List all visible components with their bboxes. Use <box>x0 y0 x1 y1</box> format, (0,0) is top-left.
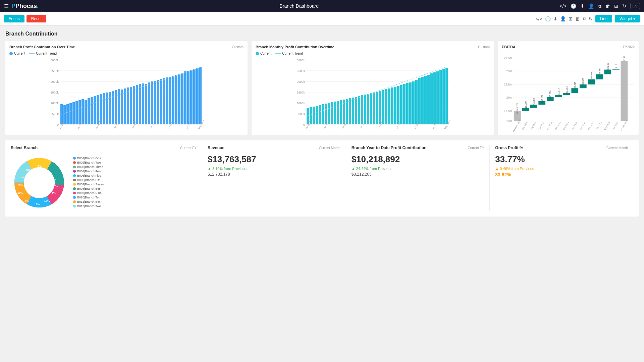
reset-button[interactable]: Reset <box>26 15 46 22</box>
ytd-header: Branch Year to Date Profit Contribution … <box>352 145 484 150</box>
donut-area: 7% 7% 5% 5% 10% 11% 9% 10% 10% 10% 5% 5% <box>11 154 197 211</box>
legend-b003[interactable]: B003|Branch Three <box>73 165 104 169</box>
revenue-header: Revenue Current Month <box>208 145 340 150</box>
svg-text:1500k: 1500k <box>297 91 305 94</box>
svg-rect-57 <box>190 70 193 124</box>
refresh-icon[interactable]: ↻ <box>622 3 626 9</box>
legend-b008[interactable]: B008|Branch Eight <box>73 187 104 190</box>
ebitda-header: EBITDA FY2022 <box>502 45 635 49</box>
legend-b011[interactable]: B011|Branch Ele... <box>73 200 104 203</box>
gross-profit-section: Gross Profit % Current Month 33.77% ▲ 0.… <box>490 145 633 211</box>
svg-rect-104 <box>364 95 366 124</box>
svg-rect-128 <box>436 71 439 124</box>
select-branch-period: Current FY <box>180 146 197 150</box>
svg-rect-37 <box>130 87 132 124</box>
svg-text:Nov 2021: Nov 2021 <box>554 121 561 130</box>
chart1-area: 3000k 2500k 2000k 1500k 1000k 500k 0 <box>9 57 244 124</box>
svg-rect-34 <box>121 89 123 124</box>
legend-b009[interactable]: B009|Branch Nine <box>73 191 104 195</box>
svg-rect-49 <box>166 77 168 124</box>
gross-profit-header: Gross Profit % Current Month <box>495 145 628 150</box>
code-toolbar-icon[interactable]: </> <box>535 16 542 21</box>
svg-rect-129 <box>439 70 442 124</box>
bars2-group <box>307 68 448 124</box>
svg-rect-127 <box>433 72 436 124</box>
svg-text:3000k: 3000k <box>297 59 305 62</box>
focus-button[interactable]: Focus <box>4 15 24 22</box>
legend-b007[interactable]: B007|Branch Seven <box>73 183 104 186</box>
trash-toolbar-icon[interactable]: 🗑 <box>575 16 580 21</box>
svg-text:7%: 7% <box>52 178 56 181</box>
svg-rect-108 <box>376 92 378 124</box>
svg-rect-121 <box>415 80 418 124</box>
chart2-title: Branch Monthly Profit Contribution Overt… <box>256 45 334 49</box>
trend-label: Current Trend <box>36 52 57 55</box>
refresh-toolbar-icon[interactable]: ↻ <box>589 16 593 21</box>
trash-icon[interactable]: 🗑 <box>605 3 610 9</box>
svg-text:960,843: 960,843 <box>574 81 576 89</box>
legend-b004[interactable]: B004|Branch Four <box>73 170 104 173</box>
svg-rect-30 <box>109 92 111 124</box>
line-button[interactable]: Line <box>595 15 612 22</box>
ytd-previous: $8,212,205 <box>352 172 484 177</box>
svg-rect-17 <box>69 103 72 124</box>
svg-rect-31 <box>112 91 114 124</box>
legend-b006[interactable]: B006|Branch Six <box>73 178 104 182</box>
ytd-period: Current FY <box>468 146 484 150</box>
export-toolbar-icon[interactable]: ⬇ <box>553 16 557 21</box>
svg-rect-112 <box>388 88 390 124</box>
chart2-legend: Current Current Trend <box>256 52 490 55</box>
code-icon[interactable]: </> <box>559 3 566 9</box>
svg-text:Mar 2022: Mar 2022 <box>587 121 594 130</box>
svg-text:0: 0 <box>303 123 305 126</box>
legend2-current: Current <box>256 52 271 55</box>
grid-toolbar-icon[interactable]: ⊞ <box>569 16 573 21</box>
svg-text:10%: 10% <box>17 191 23 194</box>
chart2-area: 3000k 2500k 2000k 1500k 1000k 500k 0 <box>256 57 490 124</box>
duplicate-toolbar-icon[interactable]: ⧉ <box>583 16 586 21</box>
chart1-svg: 3000k 2500k 2000k 1500k 1000k 500k 0 <box>9 57 244 131</box>
gross-profit-change: ▲ 0.46% from Previous <box>495 167 628 171</box>
svg-rect-43 <box>148 82 150 124</box>
svg-rect-55 <box>184 71 186 124</box>
hamburger-icon[interactable]: ☰ <box>4 3 9 9</box>
svg-rect-28 <box>103 93 105 124</box>
widget-button[interactable]: Widget ▾ <box>615 15 640 22</box>
svg-text:830,226: 830,226 <box>549 90 551 99</box>
svg-rect-20 <box>78 100 81 124</box>
donut-legend: B001|Branch One B002|Branch Two B003|Bra… <box>73 157 104 209</box>
svg-text:962,240: 962,240 <box>607 63 609 71</box>
duplicate-icon[interactable]: ⊞ <box>614 3 618 9</box>
legend-b002[interactable]: B002|Branch Two <box>73 161 104 164</box>
clock-toolbar-icon[interactable]: 🕐 <box>545 16 551 21</box>
revenue-period: Current Month <box>319 146 340 150</box>
ytd-change: ▲ 24.44% from Previous <box>352 167 484 171</box>
legend-b001[interactable]: B001|Branch One <box>73 157 104 160</box>
svg-text:2500k: 2500k <box>50 69 59 73</box>
download-icon[interactable]: ⬇ <box>580 3 584 9</box>
b008-dot <box>73 187 76 190</box>
chart2-header: Branch Monthly Profit Contribution Overt… <box>256 45 490 49</box>
user-toolbar-icon[interactable]: 👤 <box>560 16 566 21</box>
ebitda-area: 27.5m 25m 22.5m 20m 17.5m 15m <box>502 52 635 119</box>
b003-dot <box>73 166 76 168</box>
copy-icon[interactable]: ⧉ <box>598 3 601 9</box>
legend-b010[interactable]: B010|Branch Ten <box>73 196 104 199</box>
svg-rect-88 <box>316 106 318 124</box>
svg-text:Apr 2022: Apr 2022 <box>595 121 602 130</box>
svg-text:0: 0 <box>57 123 59 126</box>
svg-rect-114 <box>394 87 396 124</box>
svg-rect-119 <box>409 82 412 124</box>
user-icon[interactable]: 👤 <box>588 3 594 9</box>
svg-rect-101 <box>355 97 357 124</box>
svg-text:5%: 5% <box>52 191 56 194</box>
clock-icon[interactable]: 🕐 <box>571 3 576 9</box>
legend-b005[interactable]: B005|Branch Five <box>73 174 104 177</box>
svg-rect-177 <box>612 69 620 70</box>
svg-rect-35 <box>124 88 126 124</box>
svg-rect-51 <box>172 76 174 124</box>
svg-rect-179 <box>621 61 628 121</box>
svg-rect-117 <box>403 84 406 124</box>
svg-text:432,173: 432,173 <box>557 88 560 96</box>
legend-b012[interactable]: B012|Branch Twe... <box>73 204 104 208</box>
